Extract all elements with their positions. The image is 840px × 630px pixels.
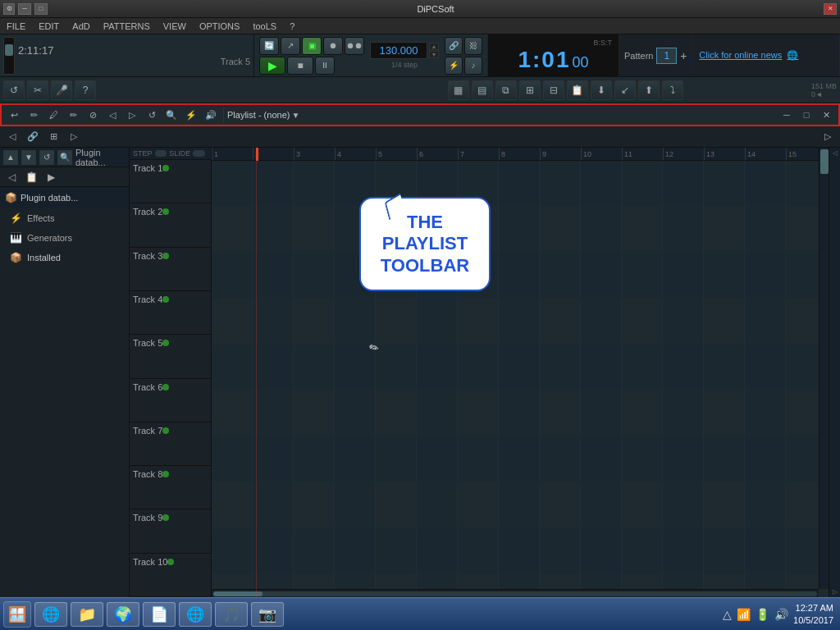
track-led-2[interactable] (162, 208, 169, 215)
grid-rows[interactable]: ✏ (212, 161, 829, 597)
track-led-1[interactable] (162, 165, 169, 171)
grid-cell-4-12[interactable] (663, 299, 704, 344)
stop-button[interactable]: ■ (287, 57, 313, 75)
grid-cell-2-10[interactable] (581, 207, 622, 252)
grid-cell-3-13[interactable] (704, 253, 745, 298)
menu-tools[interactable]: tooLS (249, 21, 280, 31)
tb-btn5[interactable]: ⊟ (543, 80, 564, 100)
grid-row-4[interactable] (212, 299, 829, 345)
grid-cell-4-1[interactable] (212, 299, 253, 344)
maximize-button[interactable]: □ (34, 3, 48, 15)
grid-cell-2-2[interactable] (253, 207, 294, 252)
grid-cell-1-13[interactable] (704, 161, 745, 206)
chain-button[interactable]: ⛓ (464, 37, 482, 55)
taskbar-ie[interactable]: 🌐 (34, 602, 67, 627)
grid-cell-1-3[interactable] (294, 161, 335, 206)
grid-cell-1-9[interactable] (540, 161, 581, 206)
grid-cell-1-8[interactable] (499, 161, 540, 206)
grid-cell-6-3[interactable] (294, 390, 335, 436)
grid-cell-4-3[interactable] (294, 299, 335, 344)
sidebar-item-generators[interactable]: 🎹 Generators (0, 228, 129, 248)
grid-cell-6-7[interactable] (458, 390, 499, 436)
grid-cell-8-14[interactable] (745, 482, 786, 527)
pl2-scroll-button[interactable]: ▷ (65, 128, 83, 146)
grid-cell-4-14[interactable] (745, 299, 786, 344)
grid-cell-4-7[interactable] (458, 299, 499, 344)
grid-cell-5-12[interactable] (663, 345, 704, 390)
grid-row-3[interactable] (212, 253, 829, 299)
menu-edit[interactable]: EDIT (35, 21, 62, 31)
grid-cell-8-6[interactable] (417, 482, 458, 527)
mic-button[interactable]: 🎤 (51, 80, 72, 100)
grid-row-6[interactable] (212, 390, 829, 436)
grid-cell-8-2[interactable] (253, 482, 294, 527)
song-mode-button[interactable]: ↗ (281, 37, 300, 55)
pl-close-button[interactable]: ✕ (817, 106, 835, 124)
tb-btn6[interactable]: 📋 (567, 80, 588, 100)
play-button[interactable]: ▶ (259, 57, 285, 75)
pl-paint-button[interactable]: 🖊 (44, 106, 62, 124)
sidebar-item-installed[interactable]: 📦 Installed (0, 248, 129, 267)
grid-cell-7-14[interactable] (745, 436, 786, 482)
pl-min-button[interactable]: ─ (778, 106, 796, 124)
grid-cell-7-2[interactable] (253, 436, 294, 482)
taskbar-app3[interactable]: 📷 (251, 602, 284, 627)
grid-cell-4-13[interactable] (704, 299, 745, 344)
pl2-link-button[interactable]: 🔗 (24, 128, 42, 146)
grid-cell-5-14[interactable] (745, 345, 786, 390)
grid-cell-8-3[interactable] (294, 482, 335, 527)
track-led-7[interactable] (162, 427, 169, 434)
tb-btn2[interactable]: ▤ (472, 80, 493, 100)
grid-cell-1-10[interactable] (581, 161, 622, 206)
taskbar-pdf[interactable]: 📄 (143, 602, 176, 627)
menu-help[interactable]: ? (286, 21, 298, 31)
pattern-number[interactable]: 1 (656, 48, 677, 64)
grid-cell-2-12[interactable] (663, 207, 704, 252)
pl2-scroll-right[interactable]: ▷ (819, 128, 837, 146)
grid-cell-5-13[interactable] (704, 345, 745, 390)
tb-btn8[interactable]: ↙ (614, 80, 636, 100)
pl-erase-button[interactable]: ✏ (64, 106, 82, 124)
grid-cell-6-10[interactable] (581, 390, 622, 436)
grid-cell-5-7[interactable] (458, 345, 499, 390)
sidebar-item-effects[interactable]: ⚡ Effects (0, 208, 129, 228)
playlist-dropdown-icon[interactable]: ▼ (291, 111, 299, 120)
grid-cell-9-14[interactable] (745, 528, 786, 573)
grid-cell-9-1[interactable] (212, 528, 253, 573)
grid-cell-5-8[interactable] (499, 345, 540, 390)
grid-cell-9-4[interactable] (335, 528, 376, 573)
vscroll-thumb[interactable] (820, 149, 829, 174)
news-link[interactable]: online news (734, 50, 782, 60)
pl-delete-button[interactable]: ⊘ (84, 106, 102, 124)
pl-max-button[interactable]: □ (797, 106, 815, 124)
menu-options[interactable]: OPTIONS (196, 21, 244, 31)
grid-cell-9-12[interactable] (663, 528, 704, 573)
grid-cell-4-5[interactable] (376, 299, 417, 344)
help-q-button[interactable]: ? (75, 80, 96, 100)
restart-button[interactable]: ↺ (3, 80, 25, 100)
pl-back-button[interactable]: ↩ (5, 106, 23, 124)
grid-cell-3-3[interactable] (294, 253, 335, 298)
pl-zoom-button[interactable]: 🔍 (162, 106, 180, 124)
grid-cell-7-4[interactable] (335, 436, 376, 482)
grid-cell-7-5[interactable] (376, 436, 417, 482)
grid-cell-6-9[interactable] (540, 390, 581, 436)
grid-cell-6-1[interactable] (212, 390, 253, 436)
grid-cell-8-11[interactable] (622, 482, 663, 527)
taskbar-explorer[interactable]: 📁 (71, 602, 103, 627)
menu-file[interactable]: FILE (3, 21, 29, 31)
track-led-6[interactable] (162, 384, 169, 390)
sidebar-down-button[interactable]: ▼ (21, 150, 36, 165)
pl-right-button[interactable]: ▷ (123, 106, 141, 124)
menu-patterns[interactable]: PATTERNS (100, 21, 153, 31)
grid-cell-4-10[interactable] (581, 299, 622, 344)
grid-cell-9-3[interactable] (294, 528, 335, 573)
hscroll-thumb[interactable] (213, 591, 262, 596)
link-button[interactable]: 🔗 (445, 37, 463, 55)
grid-cell-9-6[interactable] (417, 528, 458, 573)
grid-row-5[interactable] (212, 345, 829, 390)
bpm-down[interactable]: ▼ (429, 51, 439, 58)
track-led-5[interactable] (162, 340, 169, 346)
record-mode-button[interactable]: 🔄 (259, 37, 279, 55)
grid-cell-7-12[interactable] (663, 436, 704, 482)
